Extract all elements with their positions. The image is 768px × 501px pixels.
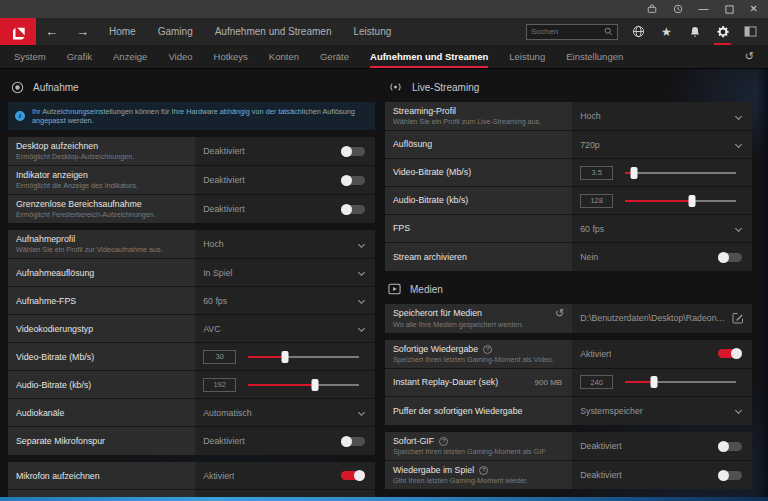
setting-label-cell: Auflösung: [385, 131, 572, 158]
slider-track[interactable]: [625, 381, 736, 383]
setting-value: 720p: [580, 140, 600, 150]
layout-panel-icon[interactable]: [743, 24, 758, 39]
slider-value-input[interactable]: [203, 350, 236, 364]
slider-thumb[interactable]: [650, 376, 657, 388]
setting-label: Aufnahmeprofil: [16, 234, 75, 244]
slider-thumb[interactable]: [281, 351, 288, 363]
tab-aufnehmen-und-streamen[interactable]: Aufnehmen und Streamen: [370, 46, 488, 68]
toggle-switch[interactable]: [341, 176, 365, 185]
setting-value-cell[interactable]: 60 fps: [195, 287, 375, 314]
setting-label-cell: FPS: [385, 215, 572, 242]
setting-value: Deaktiviert: [580, 441, 622, 451]
setting-value-cell[interactable]: Hoch: [195, 230, 375, 258]
browser-icon[interactable]: [631, 24, 646, 39]
amd-radeon-logo[interactable]: [0, 18, 36, 45]
nav-item-performance[interactable]: Leistung: [353, 26, 391, 37]
section-title: Aufnahme: [33, 82, 79, 93]
settings-group: Sofortige Wiedergabe?Speichert Ihren let…: [385, 340, 752, 425]
tab-system[interactable]: System: [14, 46, 46, 68]
slider-track[interactable]: [625, 200, 736, 202]
search-box[interactable]: [526, 24, 618, 40]
forward-arrow-icon[interactable]: →: [76, 25, 89, 38]
settings-row: Stream archivierenNein: [385, 243, 752, 271]
help-icon[interactable]: ?: [439, 437, 448, 446]
tab-geraete[interactable]: Geräte: [320, 46, 349, 68]
settings-group: Sofort-GIF?Speichert Ihren letzten Gamin…: [385, 432, 752, 489]
tab-konten[interactable]: Konten: [269, 46, 299, 68]
tab-anzeige[interactable]: Anzeige: [113, 46, 147, 68]
settings-row: Sofortige Wiedergabe?Speichert Ihren let…: [385, 340, 752, 369]
settings-row: Grenzenlose BereichsaufnahmeErmöglicht F…: [8, 195, 375, 223]
help-icon[interactable]: ?: [479, 466, 488, 475]
slider-value-input[interactable]: [580, 194, 613, 208]
tab-hotkeys[interactable]: Hotkeys: [214, 46, 248, 68]
toggle-switch[interactable]: [718, 349, 742, 358]
tab-leistung[interactable]: Leistung: [509, 46, 545, 68]
setting-label-cell: Video-Bitrate (Mb/s): [385, 159, 572, 186]
slider-thumb[interactable]: [311, 379, 318, 391]
help-icon[interactable]: ?: [483, 345, 492, 354]
slider-track[interactable]: [248, 384, 359, 386]
edit-icon[interactable]: [732, 312, 744, 324]
search-input[interactable]: [531, 27, 604, 36]
minimize-button[interactable]: —: [699, 4, 709, 14]
settings-gear-icon[interactable]: [715, 24, 730, 39]
setting-value-cell: [195, 371, 375, 398]
setting-label-cell: AufnahmeprofilWählen Sie ein Profil zur …: [8, 230, 195, 258]
settings-row: Auflösung720p: [385, 131, 752, 159]
setting-value-cell[interactable]: Automatisch: [195, 399, 375, 426]
setting-description: Ermöglicht Fensterbereich-Aufzeichnungen…: [16, 211, 187, 219]
tab-video[interactable]: Video: [168, 46, 192, 68]
chevron-down-icon: [358, 269, 365, 276]
setting-label-cell: Instant Replay-Dauer (sek)900 MB: [385, 369, 572, 396]
toggle-switch[interactable]: [718, 471, 742, 480]
setting-value: Deaktiviert: [203, 204, 245, 214]
close-button[interactable]: ✕: [750, 4, 758, 14]
setting-value-cell[interactable]: Hoch: [572, 102, 752, 130]
feedback-icon[interactable]: [647, 4, 657, 14]
history-icon[interactable]: [673, 4, 683, 14]
setting-label-cell: Wiedergabe im Spiel?Gibt Ihren letzten G…: [385, 461, 572, 489]
slider-value-input[interactable]: [580, 375, 613, 389]
toggle-switch[interactable]: [718, 442, 742, 451]
media-icon: [388, 283, 401, 295]
restore-defaults-icon[interactable]: ↺: [745, 51, 754, 62]
setting-value: Hoch: [580, 111, 601, 121]
toggle-switch[interactable]: [341, 205, 365, 214]
reset-default-icon[interactable]: ↺: [555, 308, 564, 319]
setting-label: Audio-Bitrate (kb/s): [393, 195, 468, 205]
toggle-switch[interactable]: [718, 253, 742, 262]
nav-item-record-stream[interactable]: Aufnehmen und Streamen: [215, 26, 332, 37]
nav-item-gaming[interactable]: Gaming: [158, 26, 193, 37]
notifications-icon[interactable]: [687, 24, 702, 39]
setting-label: Wiedergabe im Spiel: [393, 465, 474, 475]
slider-thumb[interactable]: [631, 167, 638, 179]
slider-track[interactable]: [248, 356, 359, 358]
setting-value: In Spiel: [203, 268, 232, 278]
favorites-icon[interactable]: ★: [659, 24, 674, 39]
recording-section-header: Aufnahme: [11, 77, 375, 97]
setting-description: Gibt Ihren letzten Gaming-Moment wieder.: [393, 477, 564, 485]
setting-value-cell[interactable]: AVC: [195, 315, 375, 342]
section-title: Live-Streaming: [412, 82, 479, 93]
slider-value-input[interactable]: [203, 378, 236, 392]
setting-value-cell[interactable]: Systemspeicher: [572, 397, 752, 425]
slider-thumb[interactable]: [688, 195, 695, 207]
chevron-down-icon: [358, 325, 365, 332]
toggle-switch[interactable]: [341, 147, 365, 156]
slider-track[interactable]: [625, 172, 736, 174]
toggle-switch[interactable]: [341, 437, 365, 446]
chevron-down-icon: [735, 141, 742, 148]
setting-value-cell[interactable]: 60 fps: [572, 215, 752, 242]
tab-einstellungen[interactable]: Einstellungen: [566, 46, 623, 68]
settings-content: Aufnahme i Ihr Aufzeichnungseinstellunge…: [0, 69, 768, 497]
maximize-button[interactable]: [725, 5, 734, 14]
setting-value-cell[interactable]: 720p: [572, 131, 752, 158]
toggle-switch[interactable]: [341, 471, 365, 480]
back-arrow-icon[interactable]: ←: [45, 25, 58, 38]
setting-value: 60 fps: [580, 224, 604, 234]
tab-grafik[interactable]: Grafik: [67, 46, 92, 68]
slider-value-input[interactable]: [580, 166, 613, 180]
nav-item-home[interactable]: Home: [109, 26, 136, 37]
setting-value-cell[interactable]: In Spiel: [195, 259, 375, 286]
